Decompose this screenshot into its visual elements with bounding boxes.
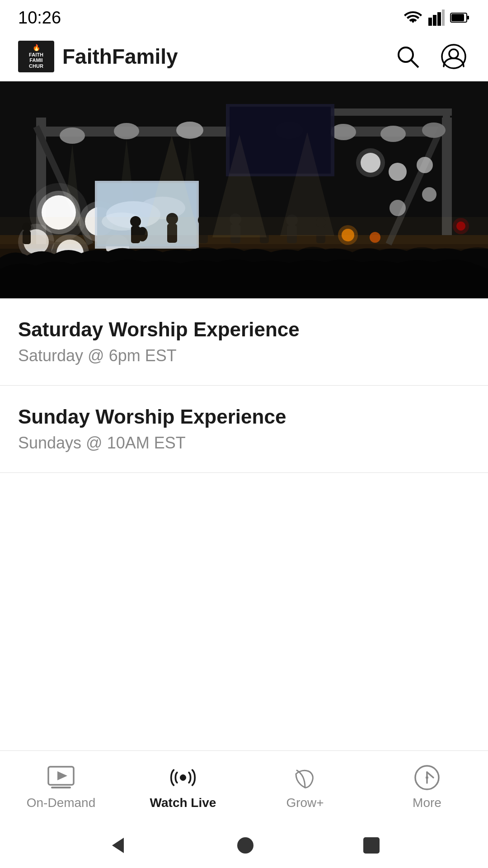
grow-plus-icon: [291, 764, 319, 791]
svg-point-90: [237, 837, 253, 854]
svg-rect-91: [363, 837, 380, 854]
svg-rect-1: [433, 15, 436, 26]
on-demand-label: On-Demand: [27, 796, 96, 810]
android-nav-bar: [0, 823, 488, 868]
app-logo: 🔥 FAITHFAMIICHUR: [18, 41, 54, 72]
nav-item-more[interactable]: More: [366, 757, 488, 817]
svg-rect-16: [316, 108, 452, 116]
svg-point-72: [389, 163, 407, 181]
battery-icon: [450, 11, 470, 24]
svg-point-29: [422, 123, 446, 138]
search-icon: [395, 44, 420, 69]
status-time: 10:26: [18, 8, 61, 28]
svg-point-10: [449, 49, 458, 58]
service-time-sunday: Sundays @ 10AM EST: [18, 434, 470, 453]
svg-point-28: [380, 126, 406, 142]
nav-item-watch-live[interactable]: Watch Live: [122, 757, 244, 817]
svg-rect-83: [51, 787, 71, 788]
svg-point-77: [338, 225, 358, 245]
header-left: 🔥 FAITHFAMIICHUR FaithFamily: [18, 41, 178, 72]
svg-rect-2: [437, 12, 441, 26]
profile-icon: [441, 44, 466, 69]
header-right: [391, 40, 470, 73]
content-area: Saturday Worship Experience Saturday @ 6…: [0, 298, 488, 473]
svg-point-71: [356, 148, 385, 177]
android-back-button[interactable]: [107, 834, 129, 857]
svg-rect-3: [442, 9, 445, 26]
service-item-saturday[interactable]: Saturday Worship Experience Saturday @ 6…: [0, 298, 488, 386]
status-icons: [403, 9, 470, 26]
service-time-saturday: Saturday @ 6pm EST: [18, 346, 470, 365]
svg-point-74: [422, 187, 436, 202]
svg-point-24: [176, 122, 203, 139]
signal-icon: [428, 9, 445, 26]
more-icon: [413, 764, 441, 791]
svg-marker-89: [112, 838, 124, 853]
svg-point-78: [370, 232, 380, 243]
status-bar: 10:26: [0, 0, 488, 32]
svg-point-7: [399, 47, 413, 62]
nav-item-on-demand[interactable]: On-Demand: [0, 757, 122, 817]
watch-live-icon: [169, 764, 197, 791]
svg-point-9: [442, 45, 465, 68]
grow-plus-label: Grow+: [286, 796, 324, 810]
app-header: 🔥 FAITHFAMIICHUR FaithFamily: [0, 32, 488, 81]
bottom-nav: On-Demand Watch Live Grow+: [0, 750, 488, 823]
service-title-sunday: Sunday Worship Experience: [18, 406, 470, 428]
svg-point-27: [331, 124, 356, 140]
search-button[interactable]: [391, 40, 424, 73]
svg-rect-69: [0, 235, 488, 249]
nav-item-grow-plus[interactable]: Grow+: [244, 757, 366, 817]
svg-rect-6: [451, 14, 464, 21]
more-label: More: [413, 796, 441, 810]
svg-marker-82: [57, 771, 67, 780]
android-recents-button[interactable]: [361, 835, 381, 855]
svg-rect-0: [428, 18, 432, 26]
service-item-sunday[interactable]: Sunday Worship Experience Sundays @ 10AM…: [0, 386, 488, 473]
svg-point-20: [60, 127, 85, 144]
logo-flame: 🔥: [33, 44, 40, 51]
svg-point-84: [180, 774, 186, 780]
service-title-saturday: Saturday Worship Experience: [18, 318, 470, 341]
android-home-button[interactable]: [234, 834, 257, 857]
svg-line-8: [411, 60, 418, 67]
watch-live-label: Watch Live: [150, 796, 216, 810]
svg-point-75: [389, 200, 406, 216]
svg-point-88: [426, 776, 428, 779]
svg-point-73: [417, 157, 433, 173]
svg-point-22: [114, 123, 139, 139]
hero-image: [0, 81, 488, 298]
profile-button[interactable]: [437, 40, 470, 73]
svg-point-80: [453, 218, 469, 234]
app-title: FaithFamily: [62, 44, 178, 69]
wifi-icon: [403, 10, 423, 25]
on-demand-icon: [47, 764, 75, 791]
svg-rect-5: [467, 16, 469, 19]
logo-text: FAITHFAMIICHUR: [29, 52, 43, 68]
